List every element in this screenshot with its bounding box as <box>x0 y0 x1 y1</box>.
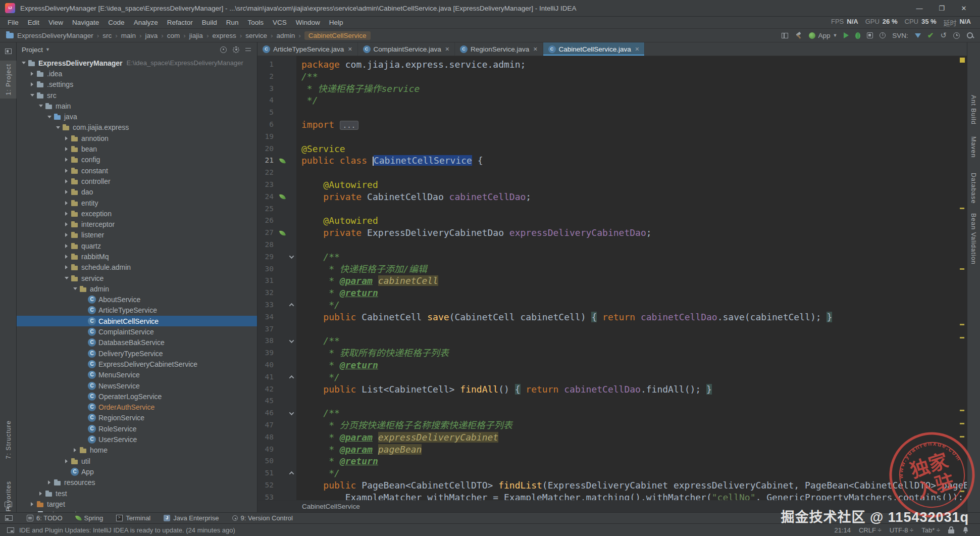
tree-item-com-jiajia-express[interactable]: com.jiajia.express <box>17 122 257 133</box>
code-line-22[interactable]: 22 <box>257 167 967 179</box>
build-project-icon[interactable] <box>795 32 802 39</box>
tree-item-expressdeliverymanager[interactable]: ExpressDeliveryManagerE:\idea_space\Expr… <box>17 58 257 68</box>
line-number[interactable]: 25 <box>257 203 278 215</box>
tree-item-operaterlogservice[interactable]: COperaterLogService <box>17 391 257 402</box>
close-icon[interactable]: × <box>348 45 352 53</box>
tree-item-expressdeliverycabinetservice[interactable]: CExpressDeliveryCabinetService <box>17 359 257 369</box>
code-line-48[interactable]: 48 * @param expressDeliveryCabinet <box>257 431 967 444</box>
chevron-collapsed-icon[interactable] <box>28 82 36 86</box>
code-line-47[interactable]: 47 * 分页按快递柜格子名称搜索快递柜格子列表 <box>257 419 967 431</box>
tree-item-util[interactable]: util <box>17 456 257 466</box>
minimize-button[interactable]: — <box>908 5 931 12</box>
breadcrumb-item-expressdeliverymanager[interactable]: ExpressDeliveryManager <box>17 32 93 39</box>
tree-item-src[interactable]: src <box>17 90 257 101</box>
toolwindow-database-button[interactable]: Database <box>967 173 980 204</box>
close-icon[interactable]: × <box>635 45 639 53</box>
menu-help[interactable]: Help <box>325 19 348 26</box>
line-number[interactable]: 41 <box>257 371 278 383</box>
lock-icon[interactable] <box>948 526 954 533</box>
tree-item-deliverytypeservice[interactable]: CDeliveryTypeService <box>17 348 257 359</box>
line-number[interactable]: 3 <box>257 83 278 95</box>
code-line-50[interactable]: 50 * @return <box>257 455 967 467</box>
tree-item-databasebakservice[interactable]: CDatabaseBakService <box>17 337 257 348</box>
tree-item-menuservice[interactable]: CMenuService <box>17 370 257 380</box>
line-number[interactable]: 2 <box>257 71 278 83</box>
chevron-collapsed-icon[interactable] <box>63 222 70 226</box>
line-number[interactable]: 26 <box>257 215 278 227</box>
close-button[interactable]: ✕ <box>953 5 975 12</box>
status-widget-tab[interactable]: Tab* ÷ <box>921 526 940 534</box>
code-line-32[interactable]: 32 * @return <box>257 287 967 299</box>
line-number[interactable]: 40 <box>257 359 278 371</box>
spring-bean-icon[interactable] <box>279 193 285 200</box>
menu-refactor[interactable]: Refactor <box>163 19 197 26</box>
commit-changes-icon[interactable]: ✔ <box>927 32 934 39</box>
chevron-collapsed-icon[interactable] <box>63 190 70 194</box>
breadcrumb-item-main[interactable]: main <box>121 32 136 39</box>
status-widget-utf-8[interactable]: UTF-8 ÷ <box>890 526 914 534</box>
line-number[interactable]: 22 <box>257 167 278 179</box>
code-line-20[interactable]: 20@Service <box>257 143 967 155</box>
tree-item-settings[interactable]: .settings <box>17 79 257 90</box>
line-number[interactable]: 1 <box>257 59 278 71</box>
chevron-collapsed-icon[interactable] <box>63 201 70 205</box>
code-line-52[interactable]: 52 public PageBean<CabinetCellDTO> findL… <box>257 479 967 492</box>
code-line-42[interactable]: 42 public List<CabinetCell> findAll() { … <box>257 383 967 396</box>
tree-item-dao[interactable]: dao <box>17 187 257 198</box>
tree-item-main[interactable]: main <box>17 101 257 111</box>
line-number[interactable]: 28 <box>257 239 278 251</box>
run-button[interactable] <box>844 32 849 38</box>
line-number[interactable]: 30 <box>257 263 278 275</box>
code-line-46[interactable]: 46 /** <box>257 407 967 419</box>
breadcrumb-item-service[interactable]: service <box>245 32 267 39</box>
web-icon[interactable] <box>5 502 12 507</box>
tree-item-java[interactable]: java <box>17 111 257 122</box>
tree-item-listener[interactable]: listener <box>17 230 257 240</box>
tree-item-schedule-admin[interactable]: schedule.admin <box>17 262 257 273</box>
line-number[interactable]: 39 <box>257 347 278 359</box>
chevron-collapsed-icon[interactable] <box>63 158 70 162</box>
tree-item-entity[interactable]: entity <box>17 198 257 208</box>
tree-item-app[interactable]: CApp <box>17 466 257 477</box>
coverage-button[interactable] <box>867 32 873 38</box>
tree-item-userservice[interactable]: CUserService <box>17 434 257 445</box>
code-line-27[interactable]: 27 private ExpressDeliveryCabinetDao exp… <box>257 227 967 239</box>
tree-item-newsservice[interactable]: CNewsService <box>17 380 257 391</box>
line-number[interactable]: 21 <box>257 155 278 167</box>
code-line-24[interactable]: 24 private CabinetCellDao cabinetCellDao… <box>257 191 967 203</box>
line-number[interactable]: 47 <box>257 419 278 431</box>
toolwindow-project-button[interactable]: 1: Project <box>0 61 17 99</box>
code-line-40[interactable]: 40 * @return <box>257 359 967 371</box>
menu-vcs[interactable]: VCS <box>268 19 291 26</box>
line-number[interactable]: 51 <box>257 467 278 479</box>
menu-view[interactable]: View <box>44 19 68 26</box>
code-line-30[interactable]: 30 * 快递柜格子添加/编辑 <box>257 263 967 275</box>
code-line-51[interactable]: 51 */ <box>257 467 967 479</box>
code-line-1[interactable]: 1package com.jiajia.express.service.admi… <box>257 59 967 71</box>
breadcrumb-item-jiajia[interactable]: jiajia <box>189 32 203 39</box>
tree-item-resources[interactable]: resources <box>17 477 257 488</box>
line-number[interactable]: 38 <box>257 335 278 347</box>
line-number[interactable]: 48 <box>257 431 278 444</box>
line-number[interactable]: 46 <box>257 407 278 419</box>
fold-start-icon[interactable] <box>289 254 294 259</box>
tree-item-aboutservice[interactable]: CAboutService <box>17 295 257 305</box>
toolwindow-ant-build-button[interactable]: Ant Build <box>967 95 980 125</box>
line-number[interactable]: 37 <box>257 323 278 335</box>
tree-item-exception[interactable]: exception <box>17 208 257 219</box>
toolwindow-maven-button[interactable]: Maven <box>967 136 980 158</box>
code-line-28[interactable]: 28 <box>257 239 967 251</box>
collapse-all-icon[interactable] <box>245 46 252 53</box>
code-line-45[interactable]: 45 <box>257 395 967 407</box>
fold-end-icon[interactable] <box>289 471 294 476</box>
fold-start-icon[interactable] <box>289 410 294 415</box>
code-line-4[interactable]: 4 */ <box>257 94 967 107</box>
code-line-3[interactable]: 3 * 快递柜格子操作service <box>257 83 967 95</box>
line-number[interactable]: 23 <box>257 179 278 191</box>
tree-item-home[interactable]: home <box>17 445 257 456</box>
line-number[interactable]: 29 <box>257 251 278 263</box>
editor-tab-regionservice-java[interactable]: CRegionService.java× <box>455 42 543 56</box>
maximize-button[interactable]: ❐ <box>931 5 953 12</box>
status-message[interactable]: IDE and Plugin Updates: IntelliJ IDEA is… <box>19 526 235 534</box>
tree-item-annotion[interactable]: annotion <box>17 133 257 143</box>
